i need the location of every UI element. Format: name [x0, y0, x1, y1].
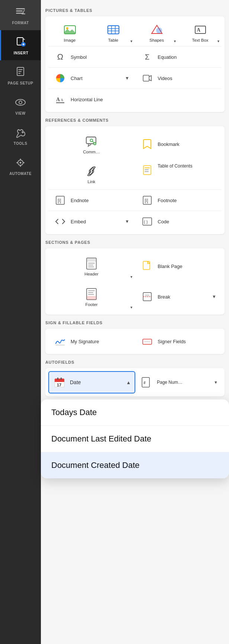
- svg-rect-20: [23, 162, 25, 163]
- svg-rect-11: [18, 71, 22, 72]
- svg-rect-62: [87, 296, 96, 300]
- pictures-tables-section: Image Table ▼: [45, 16, 225, 112]
- horizontal-line-label: Horizontal Line: [71, 97, 103, 102]
- chart-label: Chart: [71, 76, 83, 81]
- header-label: Header: [84, 272, 99, 276]
- divider2: [48, 67, 222, 68]
- sidebar-item-format[interactable]: FORMAT: [0, 0, 41, 30]
- sidebar-label-insert: INSERT: [14, 51, 29, 55]
- insert-image[interactable]: Image: [48, 19, 91, 45]
- sidebar-item-view[interactable]: VIEW: [0, 90, 41, 121]
- automate-icon: [14, 156, 27, 169]
- footer-icon: [85, 287, 98, 301]
- sidebar-label-view: VIEW: [15, 111, 26, 115]
- chart-dropdown-arrow: ▼: [125, 76, 129, 81]
- svg-rect-10: [18, 69, 23, 70]
- pagenum-label: Page Num…: [157, 380, 183, 385]
- dropdown-option-last-edited-date[interactable]: Document Last Edited Date: [41, 426, 229, 452]
- insert-shapes[interactable]: Shapes ▼: [135, 19, 178, 45]
- insert-footer[interactable]: Footer ▼: [48, 282, 135, 312]
- sidebar-item-automate[interactable]: AUTOMATE: [0, 151, 41, 181]
- insert-footnote[interactable]: [i] Footnote: [135, 191, 222, 210]
- svg-rect-74: [55, 381, 64, 382]
- sidebar-item-insert[interactable]: INSERT: [0, 30, 41, 60]
- header-dropdown-arrow: ▼: [130, 275, 133, 279]
- date-icon: 17: [53, 376, 66, 389]
- pagenum-chevron-down: ▼: [214, 380, 218, 385]
- dropdown-option-created-date[interactable]: Document Created Date: [41, 452, 229, 478]
- endnote-icon: [i]: [54, 194, 67, 207]
- table-icon: [107, 23, 120, 36]
- section-header-sections: SECTIONS & PAGES: [45, 240, 225, 245]
- code-icon: { }: [141, 215, 154, 228]
- bookmark-label: Bookmark: [158, 141, 180, 147]
- insert-signer-fields[interactable]: Signer Fields: [135, 332, 222, 351]
- svg-rect-65: [88, 294, 94, 295]
- embed-dropdown-arrow: ▼: [125, 219, 129, 224]
- svg-rect-57: [88, 265, 93, 265]
- break-label: Break: [158, 294, 170, 300]
- insert-bookmark[interactable]: Bookmark: [135, 129, 222, 159]
- insert-break[interactable]: Break ▼: [135, 282, 222, 312]
- insert-header[interactable]: Header ▼: [48, 251, 135, 281]
- insert-code[interactable]: { } Code: [135, 212, 222, 231]
- svg-text:{ }: { }: [144, 220, 148, 224]
- svg-text:A: A: [197, 27, 201, 33]
- insert-videos[interactable]: Videos: [135, 68, 222, 88]
- my-signature-label: My Signature: [71, 339, 99, 344]
- sign-fillable-section: My Signature Signer Fields: [45, 329, 225, 354]
- format-icon: [14, 5, 27, 19]
- svg-rect-18: [20, 165, 21, 167]
- insert-symbol[interactable]: Ω Symbol: [48, 47, 135, 67]
- svg-rect-46: [145, 169, 149, 170]
- toc-label: Table of Contents: [158, 163, 192, 169]
- insert-horizontal-line[interactable]: A A Horizontal Line: [48, 90, 222, 109]
- autofield-date[interactable]: 17 Date ▲: [48, 371, 135, 393]
- insert-link[interactable]: Link: [48, 159, 135, 189]
- autofield-pagenum[interactable]: # Page Num… ▼: [136, 371, 222, 393]
- textbox-icon: A: [194, 23, 207, 36]
- pictures-row1: Image Table ▼: [48, 19, 222, 45]
- image-icon: [63, 23, 77, 36]
- embed-icon: [54, 215, 67, 228]
- sidebar-item-tools[interactable]: TOOLS: [0, 121, 41, 151]
- section-header-sign: SIGN & FILLABLE FIELDS: [45, 321, 225, 325]
- insert-endnote[interactable]: [i] Endnote: [48, 191, 135, 210]
- divider5: [48, 211, 222, 211]
- chart-icon: [54, 71, 67, 85]
- insert-equation[interactable]: Σ Equation: [135, 47, 222, 67]
- endnote-label: Endnote: [71, 198, 88, 203]
- link-icon: [85, 165, 98, 178]
- blank-page-label: Blank Page: [158, 264, 183, 269]
- svg-rect-12: [18, 73, 20, 74]
- svg-rect-76: [57, 377, 58, 380]
- svg-rect-56: [88, 263, 95, 264]
- signer-fields-icon: [141, 335, 154, 348]
- svg-point-13: [16, 99, 25, 105]
- pictures-row2: Ω Symbol Σ Equation: [48, 47, 222, 67]
- insert-toc[interactable]: Table of Contents: [135, 159, 222, 189]
- insert-chart[interactable]: Chart ▼: [48, 68, 135, 88]
- svg-rect-77: [61, 377, 62, 380]
- insert-comment[interactable]: Comm…: [48, 129, 135, 159]
- shapes-label: Shapes: [149, 38, 164, 42]
- divider3: [48, 89, 222, 89]
- insert-textbox[interactable]: A Text Box ▼: [179, 19, 222, 45]
- insert-embed[interactable]: Embed ▼: [48, 212, 135, 231]
- divider1: [48, 46, 222, 47]
- sidebar-item-page-setup[interactable]: PAGE SETUP: [0, 60, 41, 90]
- svg-rect-34: [143, 75, 149, 81]
- insert-my-signature[interactable]: My Signature: [48, 332, 135, 351]
- signer-fields-label: Signer Fields: [158, 339, 186, 344]
- footer-dropdown-arrow: ▼: [130, 306, 133, 309]
- date-chevron-up: ▲: [126, 380, 131, 385]
- dropdown-option-todays-date[interactable]: Todays Date: [41, 399, 229, 426]
- svg-text:A: A: [56, 97, 60, 102]
- equation-label: Equation: [158, 54, 177, 60]
- my-signature-icon: [54, 335, 67, 348]
- textbox-label: Text Box: [192, 38, 208, 42]
- insert-blank-page[interactable]: Blank Page: [135, 251, 222, 281]
- insert-table[interactable]: Table ▼: [92, 19, 135, 45]
- footnote-label: Footnote: [158, 198, 177, 203]
- textbox-dropdown-arrow: ▼: [217, 39, 220, 43]
